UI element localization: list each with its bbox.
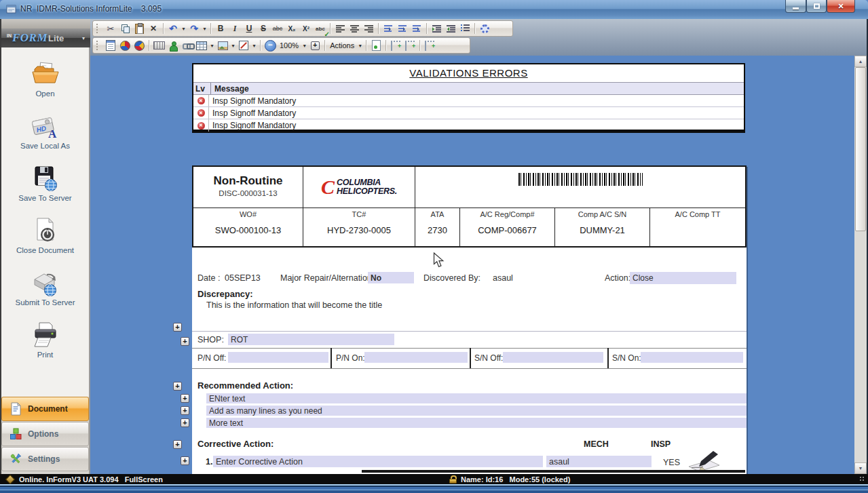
indent-decrease-button[interactable] xyxy=(444,22,457,35)
validation-row[interactable]: Insp Signoff Mandatory xyxy=(193,107,744,119)
save-to-server-button[interactable]: Save To Server xyxy=(1,157,89,210)
expand-recommended-line-1-button[interactable] xyxy=(181,394,189,403)
validation-row[interactable]: Insp Signoff Mandatory xyxy=(193,119,744,132)
submit-to-server-button[interactable]: Submit To Server xyxy=(1,262,89,314)
nav-options[interactable]: Options xyxy=(1,422,89,446)
sn-off-field[interactable] xyxy=(503,352,603,363)
align-left-icon xyxy=(336,25,345,33)
zoom-level-dropdown[interactable] xyxy=(301,39,307,52)
maximize-button[interactable] xyxy=(806,0,827,13)
print-button[interactable]: Print xyxy=(1,314,89,366)
format-toolbar: B I U S abc X₂ X² abc xyxy=(92,20,513,37)
zoom-in-button[interactable] xyxy=(308,39,322,52)
document-canvas[interactable]: VALIDATIONS ERRORS Lv Message Insp Signo… xyxy=(90,56,854,474)
paste-button[interactable] xyxy=(132,22,146,35)
recommended-line-1[interactable] xyxy=(206,393,747,403)
vertical-scrollbar[interactable]: ▲ ▼ xyxy=(854,56,867,474)
zoom-out-button[interactable] xyxy=(263,39,277,52)
expand-section-button[interactable] xyxy=(173,323,182,332)
redo-dropdown[interactable] xyxy=(202,22,208,35)
close-button[interactable] xyxy=(827,0,855,13)
strike-abc-button[interactable]: abc xyxy=(271,22,284,35)
actions-button[interactable]: Actions xyxy=(328,41,356,50)
edit-mode-button[interactable] xyxy=(237,39,250,52)
chart-button-1[interactable] xyxy=(118,39,132,52)
keyboard-button[interactable] xyxy=(152,39,166,52)
scroll-up-button[interactable]: ▲ xyxy=(854,56,867,67)
company-name-line2: HELICOPTERS. xyxy=(337,187,397,196)
expand-recommended-button[interactable] xyxy=(173,382,182,391)
indent-increase-icon xyxy=(432,25,441,33)
close-document-button[interactable]: Close Document xyxy=(1,210,89,262)
resize-grip[interactable] xyxy=(859,476,865,482)
scroll-down-button[interactable]: ▼ xyxy=(854,462,867,474)
italic-button[interactable]: I xyxy=(228,22,242,35)
user-button[interactable] xyxy=(166,39,180,52)
major-repair-field[interactable] xyxy=(368,272,414,283)
validation-row[interactable]: Insp Signoff Mandatory xyxy=(193,95,744,107)
corrective-text-field[interactable] xyxy=(213,456,543,467)
undo-dropdown[interactable] xyxy=(181,22,187,35)
zoom-level-value[interactable]: 100% xyxy=(278,41,301,50)
corrective-mech-field[interactable] xyxy=(546,456,652,467)
sn-on-field[interactable] xyxy=(641,352,743,363)
paragraph-format-button-2[interactable] xyxy=(396,22,409,35)
field-tool-button-2[interactable] xyxy=(403,39,417,52)
expand-recommended-line-3-button[interactable] xyxy=(181,418,189,427)
logo-dropdown-icon[interactable]: ▾ xyxy=(82,35,85,41)
action-field[interactable] xyxy=(630,272,736,284)
paragraph-format-button-1[interactable] xyxy=(381,22,395,35)
pn-on-field[interactable] xyxy=(364,352,468,363)
align-right-button[interactable] xyxy=(362,22,375,35)
align-left-button[interactable] xyxy=(333,22,347,35)
delete-button[interactable] xyxy=(147,22,160,35)
title-bar[interactable]: NR IDMR-Solutions InformLite 3.095 xyxy=(0,0,868,20)
actions-dropdown[interactable] xyxy=(357,39,363,52)
toolbar-grip[interactable] xyxy=(96,41,100,50)
shop-field[interactable] xyxy=(228,334,394,345)
bullet-list-button[interactable] xyxy=(458,22,472,35)
refresh-button[interactable] xyxy=(478,22,491,35)
discrepancy-text[interactable]: This is the information that will become… xyxy=(206,300,382,310)
recommended-line-3[interactable] xyxy=(206,418,747,428)
align-center-button[interactable] xyxy=(347,22,361,35)
open-button[interactable]: Open xyxy=(1,53,89,105)
hyperlink-button[interactable] xyxy=(181,39,194,52)
expand-corrective-button[interactable] xyxy=(173,440,182,449)
insert-image-button[interactable] xyxy=(216,39,229,52)
report-view-button[interactable] xyxy=(104,39,117,52)
underline-button[interactable]: U xyxy=(242,22,256,35)
scrollbar-thumb[interactable] xyxy=(855,67,866,231)
chart-button-2[interactable] xyxy=(132,39,146,52)
superscript-button[interactable]: X² xyxy=(299,22,313,35)
nav-settings[interactable]: Settings xyxy=(1,447,89,471)
insert-table-dropdown[interactable] xyxy=(209,39,215,52)
bold-button[interactable]: B xyxy=(214,22,227,35)
app-logo-bar[interactable]: IN FORM Lite ▾ xyxy=(1,28,90,48)
toolbar-grip[interactable] xyxy=(96,24,100,33)
recommended-line-2[interactable] xyxy=(206,406,747,416)
redo-button[interactable] xyxy=(187,22,201,35)
indent-increase-button[interactable] xyxy=(430,22,443,35)
copy-button[interactable] xyxy=(118,22,132,35)
export-document-button[interactable] xyxy=(369,39,383,52)
insert-image-dropdown[interactable] xyxy=(230,39,236,52)
edit-mode-dropdown[interactable] xyxy=(251,39,257,52)
expand-shop-row-button[interactable] xyxy=(181,337,189,346)
expand-corrective-line-1-button[interactable] xyxy=(181,456,189,465)
cut-button[interactable] xyxy=(104,22,117,35)
strikethrough-button[interactable]: S xyxy=(257,22,270,35)
subscript-button[interactable]: X₂ xyxy=(285,22,299,35)
field-tool-button-3[interactable] xyxy=(423,39,436,52)
expand-recommended-line-2-button[interactable] xyxy=(181,406,189,415)
signature-icon[interactable] xyxy=(686,449,721,472)
minimize-button[interactable] xyxy=(785,0,806,13)
pn-off-field[interactable] xyxy=(228,352,328,363)
insert-table-button[interactable] xyxy=(195,39,208,52)
undo-button[interactable] xyxy=(166,22,180,35)
save-local-as-button[interactable]: HD A Save Local As xyxy=(1,105,89,157)
spellcheck-button[interactable]: abc xyxy=(314,22,327,35)
field-tool-button-1[interactable] xyxy=(389,39,402,52)
nav-document[interactable]: Document xyxy=(1,397,89,421)
paragraph-format-button-3[interactable] xyxy=(410,22,423,35)
